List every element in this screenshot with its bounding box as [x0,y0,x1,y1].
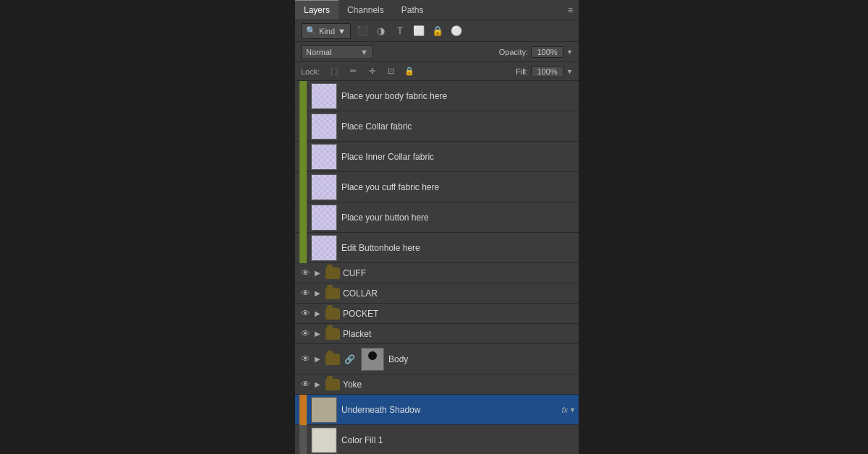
kind-filter-row: 🔍 Kind ▼ ⬛ ◑ T ⬜ 🔒 ⚪ [295,20,579,42]
folder-icon [326,288,340,299]
layer-name: Place Inner Collar fabric [341,152,576,162]
layer-color-bar [299,395,307,425]
layer-color-bar [299,81,307,111]
layer-color-bar [299,111,307,142]
layer-item[interactable]: Place Collar fabric [295,111,579,142]
layer-thumbnail [311,144,337,170]
lock-artboard-icon[interactable]: ⊡ [383,64,398,79]
fx-chevron-icon: ▼ [569,406,576,414]
layer-color-bar [299,142,307,172]
layers-panel: Layers Channels Paths ≡ 🔍 Kind ▼ ⬛ ◑ T ⬜… [295,0,579,454]
folder-icon [326,308,340,320]
layer-thumbnail [311,235,337,261]
lock-all-icon[interactable]: 🔒 [402,64,417,79]
group-expand-icon[interactable]: ▶ [312,288,323,299]
shape-filter-icon[interactable]: ⬜ [412,24,426,38]
group-expand-icon[interactable]: ▶ [312,354,323,364]
fx-label: fx [562,406,569,414]
search-icon: 🔍 [306,26,316,35]
layer-thumbnail [311,174,337,200]
link-icon: 🔗 [344,354,355,364]
layer-item[interactable]: Place Inner Collar fabric [295,142,579,172]
layer-name: Edit Buttonhole here [341,243,576,253]
layer-name: Place Collar fabric [341,121,576,132]
layer-item[interactable]: Underneath Shadow fx ▼ [295,395,579,425]
type-filter-icon[interactable]: T [393,24,407,38]
layer-thumbnail [311,83,337,109]
visibility-eye-icon[interactable]: 👁 [298,377,312,392]
lock-position-icon[interactable]: ✛ [365,64,379,79]
layer-name: Underneath Shadow [341,405,562,415]
smart-filter-icon[interactable]: 🔒 [430,24,445,38]
fill-chevron-icon: ▼ [566,68,573,75]
layer-color-bar [299,202,307,233]
layer-color-bar [299,425,307,455]
layer-item[interactable]: Edit Buttonhole here [295,233,579,263]
layer-thumbnail [311,427,337,453]
lock-label: Lock: [301,67,320,76]
layer-item-group[interactable]: 👁 ▶ Yoke [295,374,579,395]
layer-item-group-body[interactable]: 👁 ▶ 🔗 Body [295,344,579,374]
fx-area: fx ▼ [562,406,576,414]
layer-name: Color Fill 1 [341,435,576,445]
layer-item[interactable]: Color Fill 1 [295,425,579,454]
layer-name: CUFF [343,268,576,278]
layer-name: Place you cuff fabric here [341,182,576,192]
layers-list: Place your body fabric here Place Collar… [295,81,579,454]
layer-name: Place your button here [341,213,576,223]
layer-name: COLLAR [343,288,576,299]
lock-icons: ⬚ ✏ ✛ ⊡ 🔒 [327,64,417,79]
layer-item-group[interactable]: 👁 ▶ POCKET [295,304,579,324]
tab-channels[interactable]: Channels [339,0,393,20]
layer-item[interactable]: Place you cuff fabric here [295,172,579,202]
layer-thumbnail [311,205,337,231]
layer-item-group[interactable]: 👁 ▶ CUFF [295,263,579,283]
lock-fill-row: Lock: ⬚ ✏ ✛ ⊡ 🔒 Fill: 100% ▼ [295,62,579,81]
chevron-down-icon: ▼ [338,27,346,35]
opacity-chevron-icon: ▼ [566,48,573,56]
fill-input[interactable]: 100% [531,66,563,77]
lock-transparent-icon[interactable]: ⬚ [327,64,341,79]
layer-item-group[interactable]: 👁 ▶ COLLAR [295,283,579,304]
opacity-control: Opacity: 100% ▼ [499,46,573,58]
visibility-eye-icon[interactable]: 👁 [298,286,312,301]
visibility-eye-icon[interactable]: 👁 [298,327,312,341]
folder-icon [326,379,340,390]
layer-name: Yoke [343,380,576,390]
visibility-eye-icon[interactable]: 👁 [298,352,312,367]
group-expand-icon[interactable]: ▶ [312,309,323,319]
layer-item-group[interactable]: 👁 ▶ Placket [295,324,579,344]
layer-name: Placket [343,329,576,339]
layer-thumbnail [311,397,337,423]
visibility-eye-icon[interactable]: 👁 [298,266,312,280]
fill-control: Fill: 100% ▼ [516,66,573,77]
group-expand-icon[interactable]: ▶ [312,268,323,278]
kind-dropdown[interactable]: 🔍 Kind ▼ [301,23,351,39]
pixel-filter-icon[interactable]: ⬛ [355,24,370,38]
layer-item[interactable]: Place your button here [295,202,579,233]
layer-color-bar [299,172,307,202]
blend-mode-dropdown[interactable]: Normal ▼ [301,45,373,59]
layer-color-bar [299,233,307,263]
visibility-eye-icon[interactable]: 👁 [298,307,312,321]
blend-opacity-row: Normal ▼ Opacity: 100% ▼ [295,42,579,62]
panel-menu-icon[interactable]: ≡ [562,2,579,18]
tabs-bar: Layers Channels Paths ≡ [295,0,579,20]
chevron-down-icon: ▼ [360,48,368,56]
layer-thumbnail [361,348,384,371]
adjustment-filter-icon[interactable]: ◑ [374,24,388,38]
folder-icon [326,354,340,365]
layer-name: Place your body fabric here [341,91,576,101]
layer-thumbnail [311,113,337,140]
folder-icon [326,328,340,340]
group-expand-icon[interactable]: ▶ [312,380,323,390]
group-expand-icon[interactable]: ▶ [312,329,323,339]
circle-filter-icon[interactable]: ⚪ [449,24,464,38]
tab-layers[interactable]: Layers [295,0,339,20]
layer-name: Body [388,354,576,364]
opacity-input[interactable]: 100% [531,46,563,58]
lock-paint-icon[interactable]: ✏ [346,64,360,79]
tab-paths[interactable]: Paths [393,0,433,20]
layer-item[interactable]: Place your body fabric here [295,81,579,111]
layer-name: POCKET [343,309,576,319]
